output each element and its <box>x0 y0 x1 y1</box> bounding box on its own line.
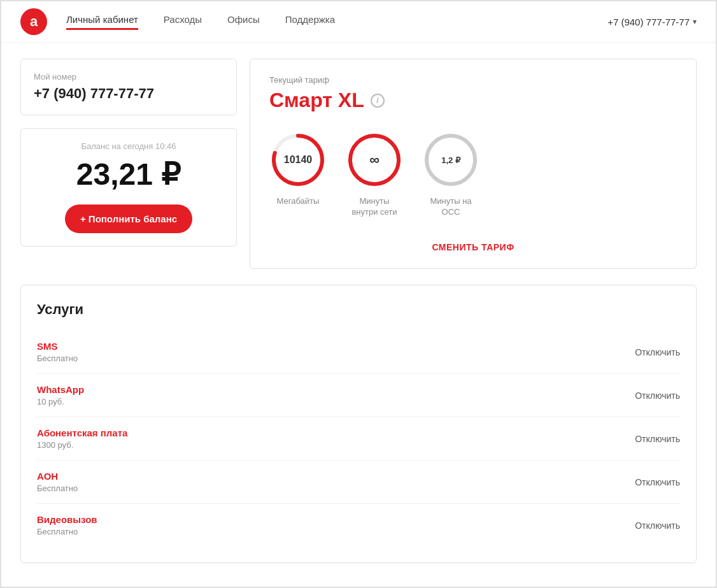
service-name: WhatsApp <box>37 384 84 395</box>
megabytes-circle: 10140 <box>269 131 327 189</box>
minutes-oss-value: 1,2 ₽ <box>441 155 460 165</box>
info-icon[interactable]: i <box>371 94 385 108</box>
main-content: Мой номер +7 (940) 777-77-77 Баланс на с… <box>1 43 716 579</box>
nav-item-expenses[interactable]: Расходы <box>164 14 202 30</box>
services-title: Услуги <box>37 301 680 318</box>
logo-icon[interactable]: а <box>20 8 47 35</box>
service-item: АОН Бесплатно Отключить <box>37 461 680 504</box>
service-name: Абонентская плата <box>37 427 127 438</box>
minutes-inner-value: ∞ <box>369 152 380 168</box>
disconnect-button[interactable]: Отключить <box>635 347 680 357</box>
service-name: Видеовызов <box>37 514 97 525</box>
topup-button[interactable]: + Пополнить баланс <box>65 204 192 233</box>
minutes-oss-circle-item: 1,2 ₽ Минуты на ОСС <box>422 131 479 218</box>
change-tariff-button[interactable]: СМЕНИТЬ ТАРИФ <box>269 242 677 252</box>
service-item: Видеовызов Бесплатно Отключить <box>37 504 680 547</box>
my-phone-number: +7 (940) 777-77-77 <box>34 85 224 102</box>
left-column: Мой номер +7 (940) 777-77-77 Баланс на с… <box>20 59 237 269</box>
service-left: АОН Бесплатно <box>37 471 78 493</box>
balance-label: Баланс на сегодня 10:46 <box>34 141 224 151</box>
tariff-name: Смарт XL i <box>269 89 677 112</box>
service-name: SMS <box>37 341 78 352</box>
top-cards-row: Мой номер +7 (940) 777-77-77 Баланс на с… <box>20 59 697 269</box>
disconnect-button[interactable]: Отключить <box>635 391 680 401</box>
service-left: SMS Бесплатно <box>37 341 78 363</box>
nav-item-offices[interactable]: Офисы <box>227 14 260 30</box>
service-item: WhatsApp 10 руб. Отключить <box>37 374 680 417</box>
tariff-name-text: Смарт XL <box>269 89 364 112</box>
megabytes-circle-item: 10140 Мегабайты <box>269 131 327 207</box>
header: а Личный кабинет Расходы Офисы Поддержка… <box>1 1 716 43</box>
megabytes-label: Мегабайты <box>277 196 320 207</box>
megabytes-value: 10140 <box>284 154 313 166</box>
service-name: АОН <box>37 471 78 482</box>
header-phone[interactable]: +7 (940) 777-77-77 ▾ <box>607 17 697 27</box>
my-number-label: Мой номер <box>34 72 224 82</box>
service-price: 1300 руб. <box>37 440 127 450</box>
header-phone-number: +7 (940) 777-77-77 <box>607 17 690 27</box>
service-item: SMS Бесплатно Отключить <box>37 331 680 374</box>
disconnect-button[interactable]: Отключить <box>635 434 680 444</box>
minutes-inner-circle: ∞ <box>346 131 403 189</box>
service-item: Абонентская плата 1300 руб. Отключить <box>37 417 680 461</box>
chevron-down-icon: ▾ <box>693 17 697 26</box>
circles-row: 10140 Мегабайты ∞ Минуты внутри сети <box>269 131 677 218</box>
services-list: SMS Бесплатно Отключить WhatsApp 10 руб.… <box>37 331 680 547</box>
minutes-oss-label: Минуты на ОСС <box>422 196 479 218</box>
minutes-inner-label: Минуты внутри сети <box>346 196 403 218</box>
balance-amount: 23,21 ₽ <box>34 156 224 192</box>
service-price: Бесплатно <box>37 354 78 363</box>
service-left: Абонентская плата 1300 руб. <box>37 427 127 450</box>
main-nav: Личный кабинет Расходы Офисы Поддержка <box>66 14 607 30</box>
nav-item-support[interactable]: Поддержка <box>285 14 335 30</box>
service-price: 10 руб. <box>37 397 84 406</box>
disconnect-button[interactable]: Отключить <box>635 477 680 487</box>
service-price: Бесплатно <box>37 527 97 536</box>
minutes-inner-circle-item: ∞ Минуты внутри сети <box>346 131 403 218</box>
my-number-card: Мой номер +7 (940) 777-77-77 <box>20 59 237 115</box>
minutes-oss-circle: 1,2 ₽ <box>422 131 479 189</box>
nav-item-cabinet[interactable]: Личный кабинет <box>66 14 138 30</box>
tariff-card: Текущий тариф Смарт XL i 10140 Мегаб <box>250 59 697 269</box>
service-left: WhatsApp 10 руб. <box>37 384 84 406</box>
disconnect-button[interactable]: Отключить <box>635 520 680 531</box>
balance-card: Баланс на сегодня 10:46 23,21 ₽ + Пополн… <box>20 128 237 247</box>
service-left: Видеовызов Бесплатно <box>37 514 97 536</box>
services-card: Услуги SMS Бесплатно Отключить WhatsApp … <box>20 285 697 563</box>
tariff-label: Текущий тариф <box>269 75 677 85</box>
service-price: Бесплатно <box>37 484 78 493</box>
